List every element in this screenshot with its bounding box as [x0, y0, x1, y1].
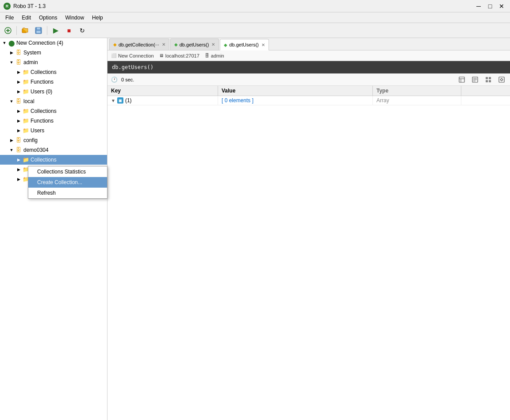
expand-local-func[interactable]: ▶ [15, 117, 22, 124]
admin-users-label: Users (0) [31, 89, 52, 95]
admin-func-icon: 📁 [22, 78, 29, 85]
ctx-refresh[interactable]: Refresh [28, 188, 107, 198]
demo-db-icon: 🗄 [15, 146, 22, 154]
save-button[interactable] [32, 24, 45, 37]
expand-local[interactable]: ▼ [8, 98, 15, 105]
tab-1[interactable]: ◆ db.getCollection(··· ✕ [109, 39, 169, 50]
svg-rect-18 [499, 77, 504, 82]
sidebar-item-local-users[interactable]: ▶ 📁 Users [0, 126, 107, 135]
minimize-button[interactable]: ─ [474, 1, 483, 11]
tab-3[interactable]: ◆ db.getUsers() ✕ [220, 39, 269, 50]
sidebar-item-system[interactable]: ▶ 🗄 System [0, 48, 107, 58]
header-value: Value [218, 86, 373, 96]
sidebar-item-config[interactable]: ▶ 🗄 config [0, 135, 107, 145]
connection-icon: ⬤ [8, 39, 15, 46]
sidebar-item-admin-users[interactable]: ▶ 📁 Users (0) [0, 87, 107, 96]
sidebar-item-demo-collections[interactable]: ▶ 📁 Collections [0, 155, 107, 165]
config-db-icon: 🗄 [15, 137, 22, 144]
refresh-button[interactable]: ↻ [76, 24, 88, 37]
result-cell-key-0: ▼ ▣ (1) [107, 96, 218, 105]
conn-connection-icon: ⬜ [111, 53, 116, 58]
expand-demo-func[interactable]: ▶ [15, 166, 22, 173]
new-connection-button[interactable] [2, 24, 14, 37]
tab1-close[interactable]: ✕ [162, 42, 165, 47]
connection-label: New Connection (4) [16, 40, 63, 46]
result-custom-view-button[interactable] [483, 75, 493, 85]
connection-bar: ⬜ New Connection 🖥 localhost:27017 🗄 adm… [107, 50, 510, 61]
tab-2[interactable]: ◆ db.getUsers() ✕ [170, 39, 219, 50]
tab2-close[interactable]: ✕ [211, 42, 215, 47]
context-menu: Collections Statistics Create Collection… [28, 166, 107, 199]
demo-coll-icon: 📁 [22, 156, 29, 163]
open-button[interactable] [19, 24, 31, 37]
expand-config[interactable]: ▶ [8, 137, 15, 144]
tab1-label: db.getCollection(··· [119, 42, 159, 47]
admin-label: admin [23, 59, 38, 66]
header-key: Key [107, 86, 218, 96]
expand-admin-func[interactable]: ▶ [15, 78, 22, 85]
sidebar-item-local[interactable]: ▼ 🗄 local [0, 96, 107, 106]
menu-options[interactable]: Options [35, 14, 61, 22]
sidebar-item-connection[interactable]: ▼ ⬤ New Connection (4) [0, 38, 107, 48]
result-text-view-button[interactable] [470, 75, 480, 85]
menu-bar: File Edit Options Window Help [0, 12, 510, 23]
close-button[interactable]: ✕ [497, 1, 506, 11]
toolbar: ▶ ■ ↻ [0, 23, 510, 38]
stop-button[interactable]: ■ [63, 24, 75, 37]
expand-admin-coll[interactable]: ▶ [15, 69, 22, 76]
result-toolbar: 🕐 0 sec. [107, 73, 510, 86]
expand-system[interactable]: ▶ [8, 49, 15, 56]
expand-admin[interactable]: ▼ [8, 59, 15, 66]
expand-local-users[interactable]: ▶ [15, 127, 22, 134]
title-bar: R Robo 3T - 1.3 ─ □ ✕ [0, 0, 510, 12]
menu-window[interactable]: Window [61, 14, 88, 22]
tab3-label: db.getUsers() [229, 42, 259, 47]
conn-host-label: localhost:27017 [165, 53, 199, 58]
clock-icon: 🕐 [111, 77, 118, 83]
sidebar-item-admin[interactable]: ▼ 🗄 admin [0, 58, 107, 67]
expand-connection[interactable]: ▼ [1, 39, 8, 46]
result-table-view-button[interactable] [457, 75, 467, 85]
result-row-0[interactable]: ▼ ▣ (1) [ 0 elements ] Array [107, 96, 510, 105]
conn-db-label: admin [211, 53, 224, 58]
admin-func-label: Functions [31, 79, 54, 85]
menu-file[interactable]: File [2, 14, 17, 22]
admin-coll-label: Collections [31, 69, 57, 75]
local-func-label: Functions [31, 118, 54, 124]
maximize-button[interactable]: □ [485, 1, 495, 11]
menu-edit[interactable]: Edit [18, 14, 35, 22]
sidebar-item-local-collections[interactable]: ▶ 📁 Collections [0, 106, 107, 116]
svg-rect-14 [486, 77, 488, 79]
local-func-icon: 📁 [22, 117, 29, 124]
tab3-close[interactable]: ✕ [261, 42, 265, 47]
expand-local-coll[interactable]: ▶ [15, 108, 22, 115]
system-db-icon: 🗄 [15, 49, 22, 56]
conn-bar-host: 🖥 localhost:27017 [159, 53, 199, 58]
app-title: Robo 3T - 1.3 [13, 3, 46, 9]
expand-demo-users[interactable]: ▶ [15, 176, 22, 183]
admin-db-icon: 🗄 [15, 59, 22, 66]
svg-rect-6 [36, 31, 41, 33]
ctx-create-collection[interactable]: Create Collection... [28, 177, 107, 188]
conn-host-icon: 🖥 [159, 53, 164, 58]
demo-coll-label: Collections [31, 157, 57, 163]
menu-help[interactable]: Help [88, 14, 107, 22]
row-expand-arrow[interactable]: ▼ [111, 98, 115, 103]
system-label: System [23, 50, 41, 56]
sidebar-item-admin-collections[interactable]: ▶ 📁 Collections [0, 67, 107, 77]
sidebar-item-demo0304[interactable]: ▼ 🗄 demo0304 [0, 145, 107, 155]
result-timer: 0 sec. [121, 77, 134, 82]
expand-demo-coll[interactable]: ▶ [15, 156, 22, 163]
run-button[interactable]: ▶ [50, 24, 62, 37]
expand-admin-users[interactable]: ▶ [15, 88, 22, 95]
result-expand-button[interactable] [497, 75, 506, 85]
svg-rect-15 [489, 77, 491, 79]
conn-db-icon: 🗄 [205, 53, 209, 58]
local-users-icon: 📁 [22, 127, 29, 134]
expand-demo0304[interactable]: ▼ [8, 146, 15, 154]
result-cell-value-0: [ 0 elements ] [218, 96, 373, 105]
sidebar-item-local-functions[interactable]: ▶ 📁 Functions [0, 116, 107, 126]
ctx-collections-statistics[interactable]: Collections Statistics [28, 166, 107, 177]
title-bar-controls: ─ □ ✕ [474, 1, 506, 11]
sidebar-item-admin-functions[interactable]: ▶ 📁 Functions [0, 77, 107, 87]
